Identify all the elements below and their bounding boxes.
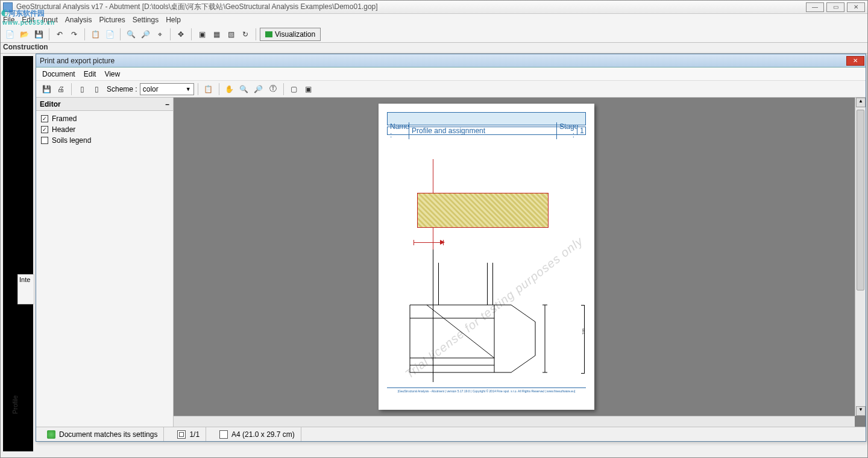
dlg-fit2-icon[interactable]: ▣ [302,83,315,96]
refresh-icon[interactable]: ↻ [239,28,252,41]
dialog-toolbar: 💾 🖨 ▯ ▯ Scheme : color ▼ 📋 ✋ 🔍 🔎 Ⓣ ▢ ▣ [36,81,866,98]
menu-edit[interactable]: Edit [22,16,34,24]
minimize-button[interactable]: — [806,2,824,12]
editor-header[interactable]: Editor – [36,98,173,111]
editor-item-label: Soils legend [52,136,91,145]
checkbox-framed[interactable] [41,115,48,122]
dialog-title-text: Print and export picture [40,57,846,65]
dlg-zoom-out-icon[interactable]: 🔎 [252,83,265,96]
toolbar-sep [71,83,72,95]
close-button[interactable]: ✕ [847,2,865,12]
toolbar-sep [256,28,256,40]
menu-help[interactable]: Help [166,16,181,24]
menu-analysis[interactable]: Analysis [65,16,92,24]
editor-item-label: Framed [52,114,77,123]
toolbar-sep [191,28,192,40]
copy-icon[interactable]: 📋 [89,28,102,41]
menu-file[interactable]: File [3,16,14,24]
scroll-thumb[interactable] [857,110,864,290]
checkbox-soils-legend[interactable] [41,137,48,144]
dlg-page-icon[interactable]: ▯ [75,83,89,96]
status-paper-size: A4 (21.0 x 29.7 cm) [213,427,301,441]
page-footer: [GeoStructural Analysis - Abutment | ver… [387,388,586,393]
select-icon[interactable]: ▣ [195,28,209,41]
page-info-row: Name : Profile and assignment Stage : 1 [387,127,586,135]
pages-icon [177,430,186,439]
menu-pictures[interactable]: Pictures [99,16,125,24]
undo-icon[interactable]: ↶ [53,28,66,41]
dlg-pages-icon[interactable]: ▯ [90,83,103,96]
redo-icon[interactable]: ↷ [68,28,81,41]
status-page-indicator: 1/1 [171,427,206,441]
dlg-menu-view[interactable]: View [104,70,120,78]
page-preview: Name : Profile and assignment Stage : 1 … [379,104,594,410]
maximize-button[interactable]: ▭ [826,2,844,12]
editor-item-soils-legend[interactable]: Soils legend [41,136,168,145]
editor-item-framed[interactable]: Framed [41,114,168,123]
editor-panel: Editor – Framed Header Soils legend [36,98,174,427]
zoom-in-icon[interactable]: 🔍 [124,28,137,41]
post-2 [487,263,493,305]
main-titlebar: GeoStructural Analysis v17 - Abutment [D… [1,1,867,14]
toolbar-sep [170,28,171,40]
editor-item-header[interactable]: Header [41,125,168,134]
toolbar-sep [219,83,219,95]
horizontal-marker [414,242,444,243]
inte-panel: Inte [17,274,34,304]
pan-icon[interactable]: ✥ [174,28,187,41]
toolbar-sep [49,28,49,40]
open-icon[interactable]: 📂 [17,28,31,41]
status-settings-text: Document matches its settings [59,430,157,439]
visualization-icon [265,31,272,37]
visualization-label: Visualization [275,30,315,39]
post-1 [433,263,439,305]
paste-icon[interactable]: 📄 [103,28,116,41]
print-export-dialog: Print and export picture ✕ Document Edit… [36,54,866,442]
page-stage-value: 1 [577,127,585,135]
main-window: GeoStructural Analysis v17 - Abutment [D… [0,0,868,458]
collapse-icon[interactable]: – [165,100,169,108]
arrow-right-icon [440,240,445,245]
select3-icon[interactable]: ▧ [224,28,237,41]
app-icon [3,2,13,12]
page-inner: Name : Profile and assignment Stage : 1 … [387,112,586,401]
toolbar-sep [283,83,284,95]
construction-stage-bar: Construction [1,43,867,54]
scheme-value: color [143,85,159,93]
dlg-menu-document[interactable]: Document [42,70,75,78]
menu-settings[interactable]: Settings [133,16,159,24]
dlg-hand-icon[interactable]: ✋ [223,83,236,96]
scroll-up-icon[interactable]: ▲ [856,98,866,107]
dlg-menu-edit[interactable]: Edit [84,70,96,78]
preview-area[interactable]: Name : Profile and assignment Stage : 1 … [174,98,866,427]
zoom-out-icon[interactable]: 🔎 [139,28,152,41]
save-icon[interactable]: 💾 [32,28,45,41]
dlg-fit-icon[interactable]: ▢ [288,83,301,96]
dlg-save-icon[interactable]: 💾 [40,83,53,96]
dlg-text-icon[interactable]: Ⓣ [266,83,280,96]
page-drawing: Trial license for testing purposes only [387,135,586,388]
select2-icon[interactable]: ▦ [210,28,223,41]
checkbox-header[interactable] [41,126,48,133]
editor-title: Editor [40,100,61,108]
chevron-down-icon: ▼ [186,86,191,92]
scheme-select[interactable]: color ▼ [140,83,194,95]
dialog-close-button[interactable]: ✕ [846,56,864,66]
dlg-zoom-in-icon[interactable]: 🔍 [237,83,251,96]
dlg-copy-icon[interactable]: 📋 [202,83,215,96]
main-menubar: File Edit Input Analysis Pictures Settin… [1,14,867,26]
visualization-button[interactable]: Visualization [260,28,321,41]
vertical-scrollbar[interactable]: ▲ ▼ [855,98,866,416]
editor-item-label: Header [52,125,75,134]
profile-viewport [3,56,33,451]
menu-input[interactable]: Input [42,16,58,24]
new-icon[interactable]: 📄 [3,28,16,41]
horizontal-scrollbar[interactable] [174,416,855,427]
toolbar-sep [120,28,121,40]
scroll-down-icon[interactable]: ▼ [856,406,866,416]
page-name-value: Profile and assignment [409,127,556,135]
zoom-window-icon[interactable]: ⌖ [153,28,166,41]
construction-label: Construction [3,43,48,51]
dlg-print-icon[interactable]: 🖨 [54,83,68,96]
profile-tab[interactable]: Profile [11,395,19,414]
